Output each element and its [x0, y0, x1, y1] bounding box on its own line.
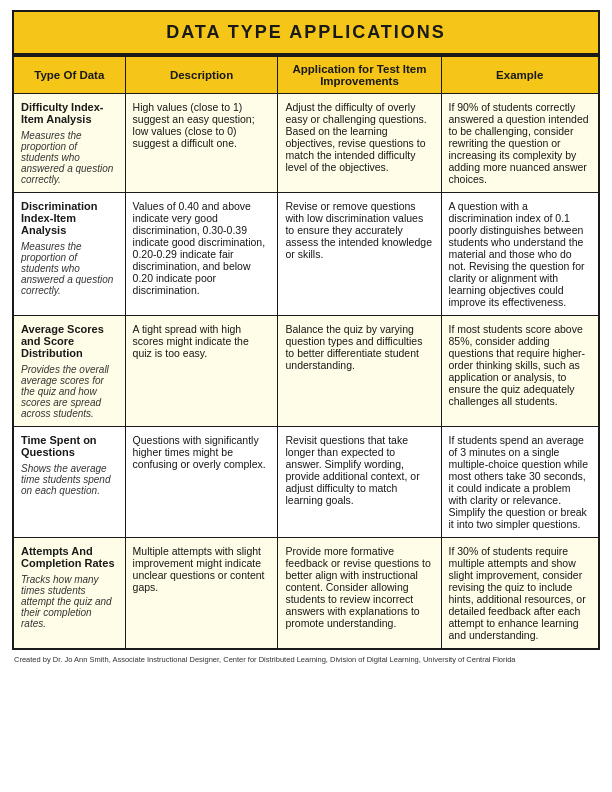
header-col1: Type Of Data	[13, 56, 125, 94]
type-cell: Discrimination Index-Item AnalysisMeasur…	[13, 193, 125, 316]
main-table: Type Of Data Description Application for…	[12, 55, 600, 650]
type-title: Difficulty Index-Item Analysis	[21, 101, 118, 125]
type-title: Time Spent on Questions	[21, 434, 118, 458]
type-title: Discrimination Index-Item Analysis	[21, 200, 118, 236]
application-cell: Adjust the difficulty of overly easy or …	[278, 94, 441, 193]
example-cell: If 90% of students correctly answered a …	[441, 94, 599, 193]
page-title: DATA TYPE APPLICATIONS	[12, 10, 600, 55]
application-cell: Balance the quiz by varying question typ…	[278, 316, 441, 427]
example-cell: If students spend an average of 3 minute…	[441, 427, 599, 538]
description-cell: Values of 0.40 and above indicate very g…	[125, 193, 278, 316]
description-cell: High values (close to 1) suggest an easy…	[125, 94, 278, 193]
table-row: Average Scores and Score DistributionPro…	[13, 316, 599, 427]
type-subtitle: Shows the average time students spend on…	[21, 463, 118, 496]
header-col3: Application for Test Item Improvements	[278, 56, 441, 94]
type-cell: Average Scores and Score DistributionPro…	[13, 316, 125, 427]
example-cell: If most students score above 85%, consid…	[441, 316, 599, 427]
header-col4: Example	[441, 56, 599, 94]
table-header-row: Type Of Data Description Application for…	[13, 56, 599, 94]
table-row: Discrimination Index-Item AnalysisMeasur…	[13, 193, 599, 316]
table-row: Time Spent on QuestionsShows the average…	[13, 427, 599, 538]
type-cell: Time Spent on QuestionsShows the average…	[13, 427, 125, 538]
table-row: Difficulty Index-Item AnalysisMeasures t…	[13, 94, 599, 193]
description-cell: Multiple attempts with slight improvemen…	[125, 538, 278, 650]
type-subtitle: Measures the proportion of students who …	[21, 130, 118, 185]
type-subtitle: Tracks how many times students attempt t…	[21, 574, 118, 629]
footer: Created by Dr. Jo Ann Smith, Associate I…	[12, 655, 600, 664]
application-cell: Provide more formative feedback or revis…	[278, 538, 441, 650]
description-cell: A tight spread with high scores might in…	[125, 316, 278, 427]
type-subtitle: Measures the proportion of students who …	[21, 241, 118, 296]
example-cell: If 30% of students require multiple atte…	[441, 538, 599, 650]
application-cell: Revise or remove questions with low disc…	[278, 193, 441, 316]
table-row: Attempts And Completion RatesTracks how …	[13, 538, 599, 650]
type-cell: Attempts And Completion RatesTracks how …	[13, 538, 125, 650]
type-title: Attempts And Completion Rates	[21, 545, 118, 569]
type-subtitle: Provides the overall average scores for …	[21, 364, 118, 419]
header-col2: Description	[125, 56, 278, 94]
application-cell: Revisit questions that take longer than …	[278, 427, 441, 538]
type-cell: Difficulty Index-Item AnalysisMeasures t…	[13, 94, 125, 193]
type-title: Average Scores and Score Distribution	[21, 323, 118, 359]
page: DATA TYPE APPLICATIONS Type Of Data Desc…	[0, 0, 612, 792]
description-cell: Questions with significantly higher time…	[125, 427, 278, 538]
example-cell: A question with a discrimination index o…	[441, 193, 599, 316]
